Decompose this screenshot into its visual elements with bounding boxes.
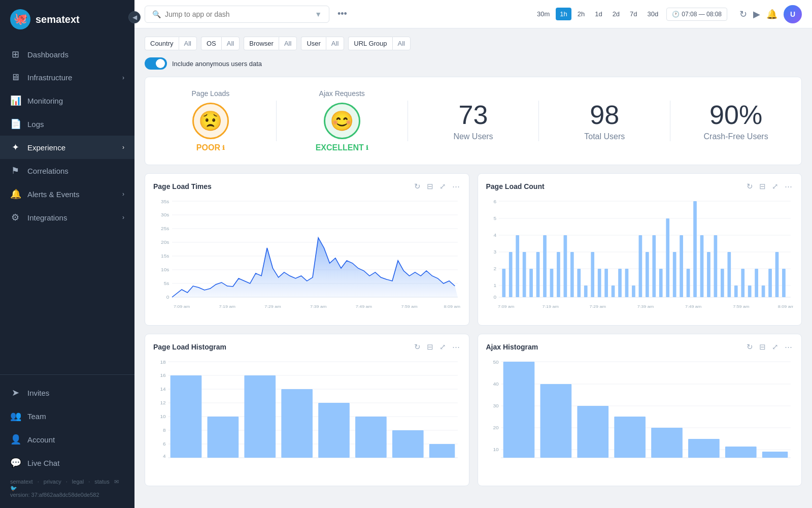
svg-text:4: 4	[163, 454, 166, 459]
svg-rect-69	[700, 235, 703, 297]
svg-text:10: 10	[160, 414, 165, 419]
sidebar-item-alerts[interactable]: 🔔 Alerts & Events ›	[0, 182, 134, 206]
ah-expand[interactable]: ⤢	[771, 342, 780, 352]
alerts-icon: 🔔	[10, 188, 20, 200]
plt-more[interactable]: ⋯	[451, 182, 461, 191]
sidebar-item-experience[interactable]: ✦ Experience ›	[0, 136, 134, 159]
filter-os-value[interactable]: All	[221, 37, 240, 50]
svg-text:5s: 5s	[164, 281, 170, 286]
plt-refresh[interactable]: ↻	[413, 182, 422, 191]
filter-urlgroup-label: URL Group	[348, 37, 392, 50]
time-btn-2d[interactable]: 2d	[608, 8, 624, 20]
footer-link-privacy[interactable]: privacy	[44, 479, 61, 485]
sidebar-item-account[interactable]: 👤 Account	[0, 428, 134, 451]
plh-minimize[interactable]: ⊟	[426, 342, 434, 352]
plh-more[interactable]: ⋯	[451, 342, 461, 352]
sidebar-collapse-button[interactable]: ◀	[128, 11, 141, 23]
svg-text:1: 1	[493, 283, 496, 288]
svg-text:6: 6	[493, 199, 496, 204]
sidebar-item-invites[interactable]: ➤ Invites	[0, 381, 134, 404]
svg-rect-110	[355, 417, 387, 458]
sidebar-item-dashboards[interactable]: ⊞ Dashboards	[0, 43, 134, 66]
plc-refresh[interactable]: ↻	[746, 182, 754, 191]
time-btn-30d[interactable]: 30d	[644, 8, 663, 20]
sidebar-label-invites: Invites	[27, 389, 49, 397]
filter-urlgroup-value[interactable]: All	[392, 37, 411, 50]
refresh-button[interactable]: ↻	[739, 9, 747, 20]
sidebar-item-correlations[interactable]: ⚑ Correlations	[0, 159, 134, 182]
plc-expand[interactable]: ⤢	[771, 182, 780, 191]
svg-rect-56	[611, 285, 615, 297]
search-dropdown-icon[interactable]: ▼	[315, 10, 322, 18]
ah-more[interactable]: ⋯	[784, 342, 793, 352]
footer-link-status[interactable]: status	[94, 479, 109, 485]
user-avatar[interactable]: U	[784, 5, 802, 23]
search-box[interactable]: 🔍 ▼	[145, 6, 329, 23]
svg-rect-61	[645, 252, 649, 297]
sidebar-item-infrastructure[interactable]: 🖥 Infrastructure ›	[0, 66, 134, 89]
anonymous-toggle[interactable]	[145, 57, 167, 70]
filter-country-label: Country	[145, 37, 179, 50]
plt-title: Page Load Times	[153, 182, 212, 190]
time-btn-7d[interactable]: 7d	[626, 8, 641, 20]
plh-refresh[interactable]: ↻	[413, 342, 422, 352]
svg-text:7:09 am: 7:09 am	[498, 304, 514, 308]
sidebar-item-integrations[interactable]: ⚙ Integrations ›	[0, 206, 134, 229]
filter-user-value[interactable]: All	[326, 37, 344, 50]
sidebar-label-experience: Experience	[27, 143, 65, 152]
search-input[interactable]	[165, 10, 311, 18]
filter-browser-value[interactable]: All	[279, 37, 297, 50]
plh-expand[interactable]: ⤢	[438, 342, 447, 352]
svg-text:14: 14	[160, 387, 166, 392]
notification-button[interactable]: 🔔	[766, 9, 777, 20]
footer-twitter-icon[interactable]: 🐦	[10, 485, 17, 491]
topbar-actions: ↻ ▶ 🔔 U	[739, 5, 802, 23]
time-btn-1h[interactable]: 1h	[556, 8, 571, 20]
svg-text:7:59 am: 7:59 am	[733, 304, 749, 308]
sidebar-item-monitoring[interactable]: 📊 Monitoring	[0, 89, 134, 112]
footer-link-sematext[interactable]: sematext	[10, 479, 33, 485]
sidebar-item-team[interactable]: 👥 Team	[0, 404, 134, 428]
svg-rect-129	[688, 439, 720, 458]
filter-country-value[interactable]: All	[179, 37, 197, 50]
play-button[interactable]: ▶	[753, 9, 760, 20]
footer-email-icon[interactable]: ✉	[114, 479, 119, 485]
footer-link-legal[interactable]: legal	[72, 479, 84, 485]
account-icon: 👤	[10, 434, 20, 445]
plc-minimize[interactable]: ⊟	[758, 182, 767, 191]
divider-1	[276, 101, 277, 141]
ah-refresh[interactable]: ↻	[746, 342, 754, 352]
plt-minimize[interactable]: ⊟	[426, 182, 434, 191]
page-loads-emoji: 😟	[192, 103, 229, 139]
svg-rect-50	[570, 252, 573, 297]
svg-rect-73	[727, 252, 731, 297]
chart-header-plh: Page Load Histogram ↻ ⊟ ⤢ ⋯	[153, 342, 461, 352]
dashboards-icon: ⊞	[10, 49, 20, 60]
crash-free-card: 90% Crash-Free Users	[687, 101, 785, 141]
svg-text:7:39 am: 7:39 am	[637, 304, 653, 308]
ajax-info-icon[interactable]: ℹ	[366, 144, 368, 151]
svg-rect-58	[625, 269, 628, 297]
footer-links: sematext · privacy · legal · status ✉ 🐦 …	[0, 474, 134, 502]
time-btn-2h[interactable]: 2h	[573, 8, 589, 20]
page-loads-card: Page Loads 😟 POOR ℹ	[161, 89, 260, 152]
svg-rect-79	[768, 269, 772, 297]
plc-more[interactable]: ⋯	[784, 182, 793, 191]
svg-text:12: 12	[160, 400, 165, 405]
plt-expand[interactable]: ⤢	[438, 182, 447, 191]
sidebar-item-logs[interactable]: 📄 Logs	[0, 112, 134, 136]
page-loads-info-icon[interactable]: ℹ	[222, 144, 225, 151]
sidebar-item-livechat[interactable]: 💬 Live Chat	[0, 451, 134, 474]
filter-urlgroup: URL Group All	[348, 37, 411, 50]
time-btn-30m[interactable]: 30m	[533, 8, 554, 20]
ah-minimize[interactable]: ⊟	[758, 342, 767, 352]
plt-actions: ↻ ⊟ ⤢ ⋯	[413, 182, 461, 191]
logs-icon: 📄	[10, 118, 20, 130]
monitoring-icon: 📊	[10, 95, 20, 106]
svg-rect-128	[651, 428, 683, 458]
time-btn-1d[interactable]: 1d	[591, 8, 606, 20]
plt-chart: 35s 30s 25s 20s 15s 10s 5s 0	[153, 197, 461, 314]
topbar-more-button[interactable]: •••	[337, 9, 347, 19]
new-users-card: 73 New Users	[424, 101, 523, 141]
svg-text:20: 20	[493, 425, 498, 430]
